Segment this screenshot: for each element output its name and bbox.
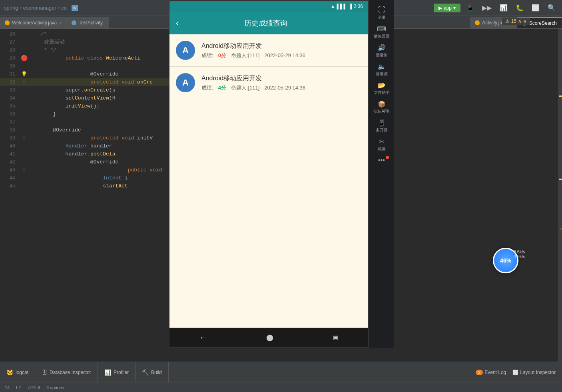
emulator-multi-btn[interactable]: 📱 多开器: [371, 117, 392, 135]
battery-icon: ▐: [349, 4, 352, 9]
multi-label: 多开器: [376, 127, 388, 133]
java-icon-activity: [475, 20, 480, 25]
code-line-35: 35 initView();: [0, 102, 169, 110]
status-icons: ▲ ▌▌▌ ▐ 2:36: [331, 4, 363, 9]
author-1: 命题人:[111]: [231, 52, 260, 59]
vol-down-icon: 🔈: [378, 63, 386, 70]
code-lines: 26 /* 27 欢迎活动 28 * */ 29: [0, 29, 169, 192]
code-line-44: 44 Intent i: [0, 174, 169, 182]
score-details-1: 成绩:0分 命题人:[111] 2022-05-29 14:36: [201, 52, 361, 59]
code-line-45: 45 startAct: [0, 182, 169, 190]
keyboard-icon: ⌨: [377, 25, 386, 33]
tab-welcome-activity[interactable]: WelcomeActivity.java ×: [0, 17, 67, 28]
warning-up-arrow[interactable]: ∧: [518, 18, 522, 24]
breadcrumb-item-exammanager[interactable]: exammanager: [23, 5, 56, 11]
database-icon: 🗄: [42, 369, 47, 376]
warning-down-arrow[interactable]: ∨: [523, 18, 527, 24]
build-icon: 🔨: [142, 369, 149, 376]
emulator-vol-down-btn[interactable]: 🔈 音量减: [371, 60, 392, 79]
score-title-1: Android移动应用开发: [201, 42, 361, 50]
status-lf[interactable]: LF: [16, 385, 21, 390]
phone-content: A Android移动应用开发 成绩:0分 命题人:[111] 2022-05-…: [169, 34, 368, 328]
nav-back-button[interactable]: ←: [199, 333, 207, 342]
score-label-2: 成绩:: [201, 84, 213, 92]
bottom-tab-database[interactable]: 🗄 Database Inspector: [35, 362, 98, 382]
database-inspector-label: Database Inspector: [50, 370, 91, 375]
emulator-apk-btn[interactable]: 📦 安装APK: [371, 98, 392, 117]
file-label: 文件助手: [374, 90, 390, 96]
profiler-button[interactable]: 📊: [497, 3, 510, 12]
score-info-2: Android移动应用开发 成绩:4分 命题人:[111] 2022-05-29…: [201, 74, 361, 92]
bottom-tab-logcat[interactable]: 🐱 logcat: [0, 362, 35, 382]
device-manager-button[interactable]: 📱: [464, 3, 476, 12]
scroll-indicator-2: [559, 179, 562, 180]
network-speeds: 2.6k/s 0.6k/s: [514, 249, 525, 259]
kotlin-icon: K: [72, 5, 78, 11]
vol-up-label: 音量加: [376, 52, 388, 58]
signal-bars: ▌▌▌: [337, 4, 347, 9]
score-avatar-1: A: [176, 41, 195, 60]
bottom-tab-build[interactable]: 🔨 Build: [136, 362, 169, 382]
arrow-up-icon-32: ⬆: [23, 78, 26, 86]
status-encoding[interactable]: UTF-8: [28, 385, 40, 390]
emulator-file-btn[interactable]: 📂 文件助手: [371, 79, 392, 98]
emulator-screenshot-btn[interactable]: ✂ 截屏: [371, 135, 392, 154]
score-info-1: Android移动应用开发 成绩:0分 命题人:[111] 2022-05-29…: [201, 42, 361, 59]
layout-button[interactable]: ⬜: [529, 3, 542, 12]
nav-recent-button[interactable]: ▣: [333, 334, 338, 340]
code-line-41: 41 handler.postDela: [0, 150, 169, 158]
keyboard-label: 键位设置: [374, 34, 390, 39]
run-icon: ▶: [438, 5, 442, 11]
tab-welcome-close[interactable]: ×: [59, 21, 62, 25]
layout-inspector-tab[interactable]: ⬜ Layout Inspector: [512, 370, 556, 375]
layout-inspector-label: Layout Inspector: [520, 370, 556, 375]
debug-button[interactable]: 🐛: [513, 3, 526, 12]
breadcrumb-item-spring[interactable]: spring: [4, 5, 18, 11]
status-indent[interactable]: 4 spaces: [46, 385, 64, 390]
warning-count: 15: [511, 18, 516, 24]
emulator-vol-up-btn[interactable]: 🔊 音量加: [371, 42, 392, 60]
score-item-2[interactable]: A Android移动应用开发 成绩:4分 命题人:[111] 2022-05-…: [169, 67, 368, 99]
nav-home-button[interactable]: ⬤: [266, 334, 273, 341]
breadcrumb-item-co[interactable]: co: [61, 5, 67, 11]
scroll-indicator-track: [558, 29, 562, 362]
code-editor-left[interactable]: 26 /* 27 欢迎活动 28 * */ 29: [0, 29, 169, 362]
bottom-right: 2 Event Log ⬜ Layout Inspector: [476, 370, 562, 375]
tab-test-activity[interactable]: TestActivity.: [67, 17, 109, 28]
code-line-32: 32 ⬆ protected void onCre: [0, 78, 169, 86]
screenshot-label: 截屏: [378, 146, 386, 152]
c-icon-test: [72, 20, 76, 25]
emulator-panel: ⛶ 全屏 ⌨ 键位设置 🔊 音量加 🔈 音量减 📂 文件助手 📦 安装APK 📱…: [369, 0, 394, 348]
bottom-tabs: 🐱 logcat 🗄 Database Inspector 📊 Profiler…: [0, 362, 169, 382]
event-log-tab[interactable]: 2 Event Log: [476, 370, 506, 375]
run-button[interactable]: ▶ app ▾: [434, 4, 460, 12]
back-button[interactable]: ‹: [176, 18, 179, 28]
phone-status-bar: ▲ ▌▌▌ ▐ 2:36: [169, 1, 368, 12]
profiler-label: Profiler: [114, 370, 129, 375]
phone-nav-bar: ← ⬤ ▣: [169, 328, 368, 347]
date-2: 2022-05-29 14:36: [264, 85, 305, 91]
score-title-2: Android移动应用开发: [201, 74, 361, 83]
layout-inspector-icon: ⬜: [512, 370, 518, 375]
phone-overlay: ▲ ▌▌▌ ▐ 2:36 ‹ 历史成绩查询 A Android移动应用开发 成绩…: [169, 0, 369, 348]
search-button[interactable]: 🔍: [545, 3, 558, 12]
emulator-fullscreen-btn[interactable]: ⛶ 全屏: [371, 3, 392, 23]
bottom-panel: 🐱 logcat 🗄 Database Inspector 📊 Profiler…: [0, 362, 562, 382]
bottom-tab-profiler[interactable]: 📊 Profiler: [98, 362, 136, 382]
fullscreen-label: 全屏: [378, 15, 386, 20]
score-value-1: 0分: [218, 52, 226, 59]
run-dropdown-icon: ▾: [453, 5, 456, 11]
date-1: 2022-05-29 14:36: [264, 52, 305, 58]
tab-test-label: TestActivity.: [79, 20, 104, 26]
app-title: 历史成绩查询: [185, 18, 346, 28]
emulator-more-btn[interactable]: •••: [371, 154, 392, 166]
run-manager-button[interactable]: ▶▶: [480, 3, 494, 12]
score-item-1[interactable]: A Android移动应用开发 成绩:0分 命题人:[111] 2022-05-…: [169, 34, 368, 67]
author-2: 命题人:[111]: [231, 84, 260, 92]
network-widget: 46% 2.6k/s 0.6k/s: [486, 248, 525, 259]
breadcrumb: spring › exammanager › co K: [4, 4, 78, 11]
toolbar-right: ▶ app ▾ 📱 ▶▶ 📊 🐛 ⬜ 🔍: [434, 3, 558, 12]
emulator-keyboard-btn[interactable]: ⌨ 键位设置: [371, 23, 392, 42]
scroll-indicator-3: [560, 229, 562, 229]
status-line: 14: [5, 385, 10, 390]
